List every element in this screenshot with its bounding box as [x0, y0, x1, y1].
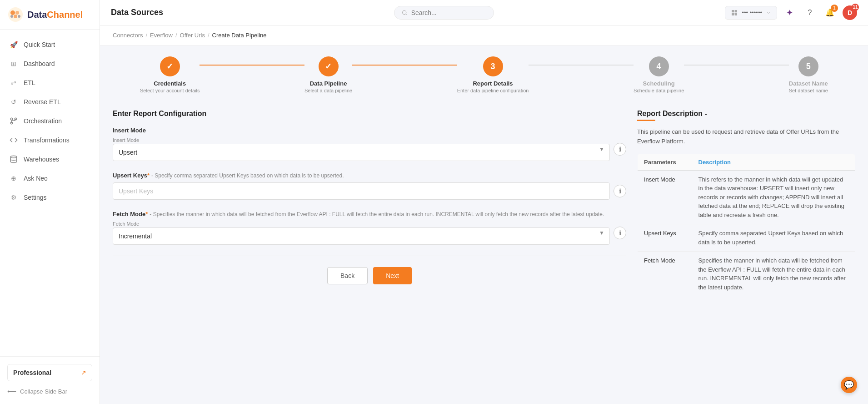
- report-description-text: This pipeline can be used to request and…: [637, 127, 855, 146]
- breadcrumb-everflow[interactable]: Everflow: [150, 32, 173, 39]
- sidebar-item-dashboard[interactable]: ⊞ Dashboard: [0, 54, 100, 73]
- app-container: DataChannel 🚀 Quick Start ⊞ Dashboard ⇄ …: [0, 0, 868, 404]
- svg-point-9: [10, 156, 17, 158]
- svg-point-3: [14, 15, 17, 18]
- sidebar-item-warehouses[interactable]: Warehouses: [0, 150, 100, 169]
- app-header: Data Sources ••• •••••• ✦ ? 🔔 1: [100, 0, 868, 25]
- sidebar-item-label: Reverse ETL: [24, 98, 61, 106]
- step-2-circle: ✓: [319, 56, 339, 76]
- col-description: Description: [692, 154, 855, 170]
- sidebar-item-quick-start[interactable]: 🚀 Quick Start: [0, 35, 100, 54]
- insert-mode-select[interactable]: Upsert Append Replace: [113, 144, 610, 161]
- back-button[interactable]: Back: [327, 267, 368, 284]
- form-report-layout: Enter Report Configuration Insert Mode I…: [113, 110, 855, 297]
- plan-badge[interactable]: Professional ↗: [7, 364, 92, 381]
- sidebar-item-label: ETL: [24, 79, 35, 86]
- insert-mode-float-label: Insert Mode: [113, 137, 610, 143]
- notifications-button[interactable]: 🔔 1: [823, 5, 837, 20]
- report-description-title: Report Description -: [637, 110, 855, 118]
- param-desc: Specify comma separated Upsert Keys base…: [692, 224, 855, 252]
- sidebar-item-etl[interactable]: ⇄ ETL: [0, 73, 100, 92]
- upsert-keys-input[interactable]: [113, 182, 610, 200]
- insert-mode-info-button[interactable]: ℹ: [614, 143, 626, 156]
- header-actions: ••• •••••• ✦ ? 🔔 1 D 11: [725, 5, 857, 20]
- sidebar-nav: 🚀 Quick Start ⊞ Dashboard ⇄ ETL ↺ Revers…: [0, 30, 100, 356]
- form-action-row: Back Next: [113, 267, 626, 284]
- collapse-sidebar-button[interactable]: ⟵ Collapse Side Bar: [7, 386, 92, 397]
- svg-line-11: [406, 14, 407, 15]
- upsert-keys-info-button[interactable]: ℹ: [614, 185, 626, 197]
- next-button[interactable]: Next: [373, 267, 412, 284]
- help-button[interactable]: ?: [803, 5, 817, 20]
- fetch-mode-float-label: Fetch Mode: [113, 221, 610, 227]
- main-panel: Data Sources ••• •••••• ✦ ? 🔔 1: [100, 0, 868, 404]
- form-section-title: Enter Report Configuration: [113, 110, 626, 118]
- table-row: Upsert Keys Specify comma separated Upse…: [638, 224, 855, 252]
- content-area: Connectors / Everflow / Offer Urls / Cre…: [100, 25, 868, 404]
- report-description-underline: [637, 120, 655, 121]
- search-bar[interactable]: [394, 6, 494, 20]
- upsert-keys-label: Upsert Keys*- Specify comma separated Up…: [113, 172, 626, 179]
- fetch-mode-info-button[interactable]: ℹ: [614, 227, 626, 239]
- logo-icon: [7, 6, 24, 23]
- svg-rect-13: [735, 10, 737, 12]
- collapse-icon: ⟵: [7, 388, 16, 395]
- search-icon: [402, 10, 407, 16]
- step-4-circle: 4: [649, 56, 669, 76]
- upsert-keys-required: *: [147, 172, 150, 179]
- step-3-label: Report Details: [473, 80, 513, 87]
- step-line-1: [200, 65, 304, 66]
- breadcrumb-sep-1: /: [145, 32, 147, 39]
- sidebar-bottom: Professional ↗ ⟵ Collapse Side Bar: [0, 356, 100, 404]
- fetch-mode-select[interactable]: Incremental Full: [113, 227, 610, 245]
- step-line-2: [352, 65, 457, 66]
- sidebar-item-orchestration[interactable]: Orchestration: [0, 111, 100, 131]
- plus-circle-icon: ⊕: [9, 174, 18, 183]
- ai-sparkle-button[interactable]: ✦: [783, 5, 797, 20]
- settings-icon: ⚙: [9, 193, 18, 202]
- step-report-details: 3 Report Details Enter data pipeline con…: [457, 56, 529, 93]
- search-input[interactable]: [411, 9, 487, 16]
- sidebar-item-label: Settings: [24, 194, 47, 201]
- sidebar-item-label: Orchestration: [24, 117, 62, 125]
- breadcrumb-offer-urls[interactable]: Offer Urls: [180, 32, 205, 39]
- database-icon: [9, 155, 18, 164]
- form-divider: [113, 256, 626, 256]
- sidebar-item-reverse-etl[interactable]: ↺ Reverse ETL: [0, 92, 100, 111]
- breadcrumb: Connectors / Everflow / Offer Urls / Cre…: [100, 25, 868, 45]
- step-2-label: Data Pipeline: [310, 80, 347, 87]
- sidebar-item-ask-neo[interactable]: ⊕ Ask Neo: [0, 169, 100, 188]
- step-5-label: Dataset Name: [789, 80, 828, 87]
- breadcrumb-connectors[interactable]: Connectors: [113, 32, 143, 39]
- insert-mode-group: Insert Mode Insert Mode Upsert Append Re…: [113, 127, 626, 161]
- fetch-mode-hint: - Specifies the manner in which data wil…: [150, 211, 604, 217]
- shuffle-icon: ⇄: [9, 78, 18, 87]
- user-initial: D: [848, 9, 852, 16]
- chat-bubble-button[interactable]: 💬: [841, 377, 857, 393]
- step-5-sublabel: Set dataset name: [789, 88, 828, 93]
- user-avatar[interactable]: D 11: [843, 5, 857, 20]
- workspace-icon: [731, 9, 738, 16]
- rocket-icon: 🚀: [9, 40, 18, 49]
- upsert-keys-group: Upsert Keys*- Specify comma separated Up…: [113, 172, 626, 200]
- svg-point-4: [10, 15, 13, 18]
- workspace-selector[interactable]: ••• ••••••: [725, 6, 777, 20]
- step-3-sublabel: Enter data pipeline configuration: [457, 88, 529, 93]
- git-branch-icon: [9, 116, 18, 126]
- question-icon: ?: [808, 9, 812, 17]
- step-dataset-name: 5 Dataset Name Set dataset name: [789, 56, 828, 93]
- upsert-keys-row: ℹ: [113, 182, 626, 200]
- insert-mode-row: Insert Mode Upsert Append Replace ▼ ℹ: [113, 137, 626, 161]
- svg-rect-12: [732, 10, 734, 12]
- svg-point-2: [15, 11, 19, 15]
- col-parameters: Parameters: [638, 154, 692, 170]
- breadcrumb-sep-2: /: [175, 32, 177, 39]
- breadcrumb-current: Create Data Pipeline: [212, 32, 267, 39]
- fetch-mode-required: *: [145, 211, 148, 217]
- step-4-label: Scheduling: [643, 80, 675, 87]
- sidebar-item-transformations[interactable]: Transformations: [0, 131, 100, 150]
- step-credentials: ✓ Credentials Select your account detail…: [140, 56, 200, 93]
- logo-text: DataChannel: [27, 10, 83, 20]
- sidebar-item-settings[interactable]: ⚙ Settings: [0, 188, 100, 207]
- param-name: Fetch Mode: [638, 252, 692, 297]
